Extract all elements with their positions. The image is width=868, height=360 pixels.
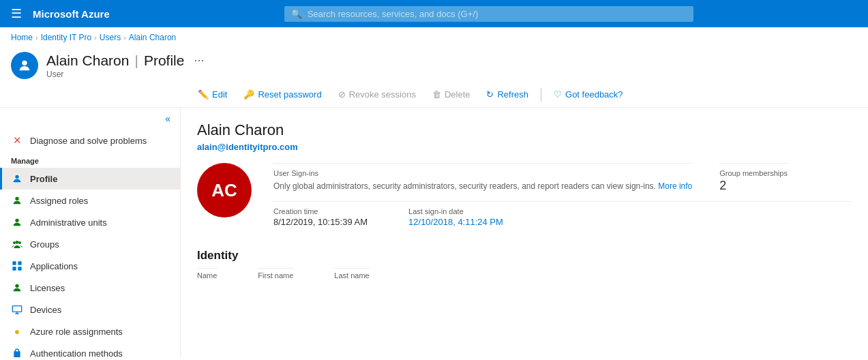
svg-rect-10 (18, 267, 21, 270)
sidebar-item-groups-label: Groups (30, 239, 59, 250)
search-bar[interactable]: 🔍 (284, 6, 693, 22)
breadcrumb-identity[interactable]: Identity IT Pro (41, 33, 91, 42)
devices-icon (11, 303, 23, 316)
user-email: alain@identityitpro.com (197, 142, 852, 152)
app-title: Microsoft Azure (33, 8, 110, 20)
reset-password-button[interactable]: 🔑 Reset password (237, 86, 328, 103)
sidebar-item-licenses-label: Licenses (30, 283, 65, 293)
svg-point-0 (22, 61, 27, 65)
page-header: Alain Charon | Profile ··· User (0, 48, 868, 82)
licenses-icon (11, 282, 23, 294)
sidebar-item-auth-methods[interactable]: Authentication methods (0, 342, 180, 357)
admin-units-icon (11, 216, 23, 228)
sign-ins-note: Only global administrators, security adm… (273, 181, 692, 191)
delete-button[interactable]: 🗑 Delete (425, 86, 477, 103)
breadcrumb-current: Alain Charon (129, 33, 176, 42)
svg-point-4 (13, 241, 16, 244)
edit-icon: ✏️ (198, 89, 209, 100)
breadcrumb-home[interactable]: Home (11, 33, 33, 42)
last-signin-time: 4:11:24 PM (458, 217, 503, 227)
svg-point-3 (15, 219, 18, 222)
last-signin-item: Last sign-in date 12/10/2018, 4:11:24 PM (408, 207, 503, 227)
search-icon: 🔍 (291, 9, 302, 19)
sign-ins-stat: User Sign-ins Only global administrators… (273, 163, 692, 193)
applications-icon (11, 260, 23, 272)
firstname-col: First name (258, 268, 293, 280)
identity-heading: Identity (197, 249, 852, 262)
more-options-icon[interactable]: ··· (190, 52, 208, 69)
hamburger-icon[interactable]: ☰ (8, 3, 25, 24)
feedback-button[interactable]: ♡ Got feedback? (547, 86, 630, 103)
svg-point-6 (16, 241, 19, 244)
creation-time-item: Creation time 8/12/2019, 10:15:39 AM (273, 207, 368, 227)
user-name-heading: Alain Charon (197, 121, 852, 139)
svg-rect-7 (12, 261, 16, 265)
profile-left: AC (197, 163, 252, 235)
sidebar-item-admin-units[interactable]: Administrative units (0, 211, 180, 233)
sidebar-item-devices-label: Devices (30, 305, 61, 315)
edit-button[interactable]: ✏️ Edit (191, 86, 234, 103)
toolbar-separator (541, 88, 541, 102)
more-info-link[interactable]: More info (658, 181, 692, 191)
profile-right: User Sign-ins Only global administrators… (273, 163, 852, 235)
refresh-button[interactable]: ↻ Refresh (479, 86, 535, 103)
top-nav: ☰ Microsoft Azure 🔍 (0, 0, 868, 27)
revoke-sessions-button[interactable]: ⊘ Revoke sessions (331, 86, 423, 103)
sidebar-item-azure-roles-label: Azure role assignments (30, 327, 123, 337)
sidebar-item-diagnose[interactable]: ✕ Diagnose and solve problems (0, 130, 180, 151)
search-input[interactable] (308, 9, 687, 19)
sidebar-item-profile[interactable]: Profile (0, 168, 180, 190)
group-memberships-value: 2 (719, 179, 788, 193)
sidebar-item-azure-roles[interactable]: ● Azure role assignments (0, 320, 180, 342)
svg-point-2 (15, 197, 18, 200)
heart-icon: ♡ (554, 89, 562, 100)
svg-rect-12 (12, 306, 21, 312)
creation-time-label: Creation time (273, 207, 368, 215)
creation-row: Creation time 8/12/2019, 10:15:39 AM Las… (273, 201, 852, 227)
lastname-col: Last name (334, 268, 369, 280)
name-col: Name (197, 268, 217, 280)
refresh-icon: ↻ (486, 89, 494, 100)
sidebar-manage-label: Manage (0, 151, 180, 168)
identity-cols: Name First name Last name (197, 268, 852, 280)
sidebar-item-profile-label: Profile (30, 174, 57, 184)
groups-icon (11, 238, 23, 250)
azure-roles-icon: ● (11, 325, 23, 338)
sign-ins-label: User Sign-ins (273, 163, 692, 177)
key-icon: 🔑 (243, 89, 254, 100)
sidebar-item-diagnose-label: Diagnose and solve problems (30, 136, 147, 146)
layout: « ✕ Diagnose and solve problems Manage P… (0, 108, 868, 357)
profile-icon (11, 172, 23, 185)
sidebar-collapse[interactable]: « (0, 108, 180, 130)
page-user-name: Alain Charon (46, 52, 129, 69)
svg-point-1 (15, 175, 18, 179)
sidebar-item-assigned-roles-label: Assigned roles (30, 196, 88, 206)
sidebar-item-applications[interactable]: Applications (0, 255, 180, 277)
page-header-info: Alain Charon | Profile ··· User (46, 52, 208, 79)
stats-row: User Sign-ins Only global administrators… (273, 163, 852, 193)
sidebar-item-groups[interactable]: Groups (0, 233, 180, 255)
page-avatar-icon (11, 52, 38, 79)
sidebar-item-licenses[interactable]: Licenses (0, 277, 180, 299)
sidebar-item-devices[interactable]: Devices (0, 299, 180, 320)
creation-time-value: 8/12/2019, 10:15:39 AM (273, 217, 368, 227)
user-avatar: AC (197, 163, 252, 217)
svg-point-5 (18, 241, 21, 244)
page-role: User (46, 70, 208, 79)
main-content: Alain Charon alain@identityitpro.com AC … (181, 108, 868, 357)
lastname-col-label: Last name (334, 268, 369, 280)
collapse-icon[interactable]: « (162, 112, 173, 125)
assigned-roles-icon (11, 194, 23, 207)
group-memberships-label: Group memberships (719, 163, 788, 177)
identity-section: Identity Name First name Last name (197, 249, 852, 280)
auth-methods-icon (11, 347, 23, 357)
toolbar: ✏️ Edit 🔑 Reset password ⊘ Revoke sessio… (0, 82, 868, 108)
name-col-label: Name (197, 268, 217, 280)
breadcrumb-users[interactable]: Users (100, 33, 121, 42)
svg-rect-8 (18, 261, 21, 265)
svg-point-11 (15, 284, 18, 288)
profile-grid: AC User Sign-ins Only global administrat… (197, 163, 852, 235)
wrench-icon: ✕ (11, 134, 23, 147)
trash-icon: 🗑 (432, 89, 441, 100)
sidebar-item-assigned-roles[interactable]: Assigned roles (0, 190, 180, 211)
